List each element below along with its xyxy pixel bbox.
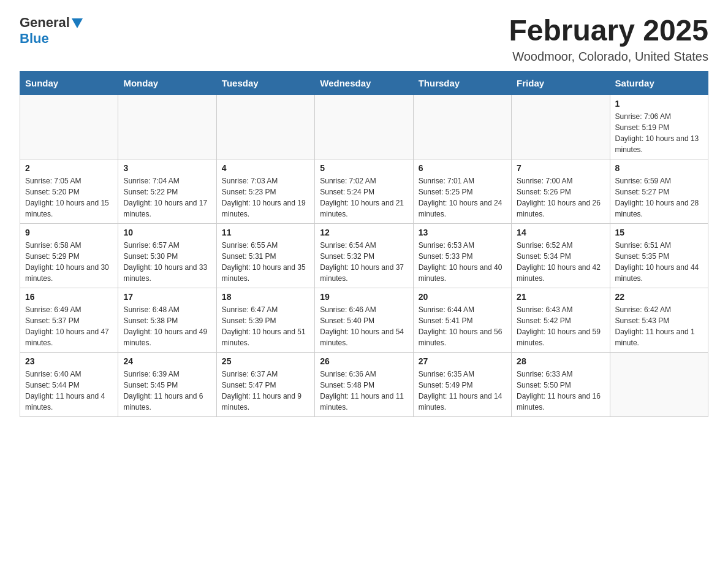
calendar-day-22: 22Sunrise: 6:42 AMSunset: 5:43 PMDayligh… [610, 288, 708, 352]
calendar-day-2: 2Sunrise: 7:05 AMSunset: 5:20 PMDaylight… [20, 159, 118, 223]
calendar-day-13: 13Sunrise: 6:53 AMSunset: 5:33 PMDayligh… [413, 223, 511, 288]
calendar-day-7: 7Sunrise: 7:00 AMSunset: 5:26 PMDaylight… [512, 159, 610, 223]
calendar-day-25: 25Sunrise: 6:37 AMSunset: 5:47 PMDayligh… [216, 352, 314, 416]
calendar-empty-cell [20, 94, 118, 159]
day-info: Sunrise: 6:33 AMSunset: 5:50 PMDaylight:… [517, 369, 604, 413]
day-info: Sunrise: 6:58 AMSunset: 5:29 PMDaylight:… [25, 240, 113, 284]
day-number: 18 [222, 292, 309, 302]
day-number: 3 [123, 163, 211, 173]
calendar-empty-cell [118, 94, 216, 159]
day-number: 6 [419, 163, 506, 173]
day-info: Sunrise: 7:00 AMSunset: 5:26 PMDaylight:… [517, 175, 604, 220]
day-info: Sunrise: 7:02 AMSunset: 5:24 PMDaylight:… [320, 175, 408, 220]
weekday-header-wednesday: Wednesday [315, 71, 413, 94]
calendar-table: SundayMondayTuesdayWednesdayThursdayFrid… [20, 71, 708, 417]
day-info: Sunrise: 7:01 AMSunset: 5:25 PMDaylight:… [419, 175, 506, 220]
calendar-day-28: 28Sunrise: 6:33 AMSunset: 5:50 PMDayligh… [512, 352, 610, 416]
calendar-day-15: 15Sunrise: 6:51 AMSunset: 5:35 PMDayligh… [610, 223, 708, 288]
day-info: Sunrise: 7:05 AMSunset: 5:20 PMDaylight:… [25, 175, 113, 220]
weekday-header-saturday: Saturday [610, 71, 708, 94]
calendar-header-row: SundayMondayTuesdayWednesdayThursdayFrid… [20, 71, 708, 94]
calendar-day-17: 17Sunrise: 6:48 AMSunset: 5:38 PMDayligh… [118, 288, 216, 352]
calendar-day-5: 5Sunrise: 7:02 AMSunset: 5:24 PMDaylight… [315, 159, 413, 223]
day-info: Sunrise: 6:49 AMSunset: 5:37 PMDaylight:… [25, 304, 113, 348]
calendar-empty-cell [216, 94, 314, 159]
day-info: Sunrise: 6:44 AMSunset: 5:41 PMDaylight:… [419, 304, 506, 348]
logo-blue-text: Blue [20, 31, 49, 46]
calendar-day-4: 4Sunrise: 7:03 AMSunset: 5:23 PMDaylight… [216, 159, 314, 223]
calendar-day-16: 16Sunrise: 6:49 AMSunset: 5:37 PMDayligh… [20, 288, 118, 352]
calendar-day-1: 1Sunrise: 7:06 AMSunset: 5:19 PMDaylight… [610, 94, 708, 159]
day-number: 19 [320, 292, 408, 302]
logo: General Blue [20, 15, 83, 47]
day-number: 17 [123, 292, 211, 302]
calendar-day-12: 12Sunrise: 6:54 AMSunset: 5:32 PMDayligh… [315, 223, 413, 288]
calendar-day-14: 14Sunrise: 6:52 AMSunset: 5:34 PMDayligh… [512, 223, 610, 288]
day-info: Sunrise: 6:57 AMSunset: 5:30 PMDaylight:… [123, 240, 211, 284]
weekday-header-thursday: Thursday [413, 71, 511, 94]
calendar-week-row: 16Sunrise: 6:49 AMSunset: 5:37 PMDayligh… [20, 288, 708, 352]
day-number: 21 [517, 292, 604, 302]
page-subtitle: Woodmoor, Colorado, United States [509, 50, 708, 64]
day-number: 15 [615, 228, 703, 237]
day-number: 10 [123, 228, 211, 237]
day-info: Sunrise: 6:39 AMSunset: 5:45 PMDaylight:… [123, 369, 211, 413]
weekday-header-monday: Monday [118, 71, 216, 94]
calendar-day-23: 23Sunrise: 6:40 AMSunset: 5:44 PMDayligh… [20, 352, 118, 416]
day-info: Sunrise: 7:04 AMSunset: 5:22 PMDaylight:… [123, 175, 211, 220]
day-info: Sunrise: 7:06 AMSunset: 5:19 PMDaylight:… [615, 111, 703, 155]
day-number: 26 [320, 356, 408, 366]
day-number: 13 [419, 228, 506, 237]
day-number: 23 [25, 356, 113, 366]
calendar-day-10: 10Sunrise: 6:57 AMSunset: 5:30 PMDayligh… [118, 223, 216, 288]
svg-marker-0 [72, 18, 83, 28]
calendar-empty-cell [512, 94, 610, 159]
calendar-empty-cell [413, 94, 511, 159]
logo-general-text: General [20, 15, 70, 31]
day-number: 1 [615, 99, 703, 109]
day-info: Sunrise: 6:36 AMSunset: 5:48 PMDaylight:… [320, 369, 408, 413]
day-info: Sunrise: 6:40 AMSunset: 5:44 PMDaylight:… [25, 369, 113, 413]
calendar-day-18: 18Sunrise: 6:47 AMSunset: 5:39 PMDayligh… [216, 288, 314, 352]
calendar-week-row: 23Sunrise: 6:40 AMSunset: 5:44 PMDayligh… [20, 352, 708, 416]
day-info: Sunrise: 6:43 AMSunset: 5:42 PMDaylight:… [517, 304, 604, 348]
day-info: Sunrise: 6:42 AMSunset: 5:43 PMDaylight:… [615, 304, 703, 348]
calendar-day-3: 3Sunrise: 7:04 AMSunset: 5:22 PMDaylight… [118, 159, 216, 223]
day-number: 8 [615, 163, 703, 173]
day-info: Sunrise: 7:03 AMSunset: 5:23 PMDaylight:… [222, 175, 309, 220]
day-number: 25 [222, 356, 309, 366]
calendar-day-24: 24Sunrise: 6:39 AMSunset: 5:45 PMDayligh… [118, 352, 216, 416]
day-info: Sunrise: 6:35 AMSunset: 5:49 PMDaylight:… [419, 369, 506, 413]
title-section: February 2025 Woodmoor, Colorado, United… [509, 15, 708, 64]
day-number: 22 [615, 292, 703, 302]
calendar-day-6: 6Sunrise: 7:01 AMSunset: 5:25 PMDaylight… [413, 159, 511, 223]
day-number: 11 [222, 228, 309, 237]
day-info: Sunrise: 6:52 AMSunset: 5:34 PMDaylight:… [517, 240, 604, 284]
calendar-week-row: 1Sunrise: 7:06 AMSunset: 5:19 PMDaylight… [20, 94, 708, 159]
day-info: Sunrise: 6:47 AMSunset: 5:39 PMDaylight:… [222, 304, 309, 348]
logo-triangle-icon [72, 18, 83, 28]
calendar-week-row: 9Sunrise: 6:58 AMSunset: 5:29 PMDaylight… [20, 223, 708, 288]
day-number: 24 [123, 356, 211, 366]
day-info: Sunrise: 6:37 AMSunset: 5:47 PMDaylight:… [222, 369, 309, 413]
day-info: Sunrise: 6:59 AMSunset: 5:27 PMDaylight:… [615, 175, 703, 220]
page-header: General Blue February 2025 Woodmoor, Col… [20, 15, 708, 64]
day-number: 27 [419, 356, 506, 366]
calendar-day-9: 9Sunrise: 6:58 AMSunset: 5:29 PMDaylight… [20, 223, 118, 288]
calendar-empty-cell [315, 94, 413, 159]
calendar-day-20: 20Sunrise: 6:44 AMSunset: 5:41 PMDayligh… [413, 288, 511, 352]
weekday-header-tuesday: Tuesday [216, 71, 314, 94]
calendar-day-21: 21Sunrise: 6:43 AMSunset: 5:42 PMDayligh… [512, 288, 610, 352]
day-info: Sunrise: 6:53 AMSunset: 5:33 PMDaylight:… [419, 240, 506, 284]
day-number: 20 [419, 292, 506, 302]
day-number: 12 [320, 228, 408, 237]
page-title: February 2025 [509, 15, 708, 47]
day-number: 5 [320, 163, 408, 173]
day-info: Sunrise: 6:46 AMSunset: 5:40 PMDaylight:… [320, 304, 408, 348]
day-info: Sunrise: 6:51 AMSunset: 5:35 PMDaylight:… [615, 240, 703, 284]
calendar-week-row: 2Sunrise: 7:05 AMSunset: 5:20 PMDaylight… [20, 159, 708, 223]
day-info: Sunrise: 6:55 AMSunset: 5:31 PMDaylight:… [222, 240, 309, 284]
day-number: 16 [25, 292, 113, 302]
day-number: 14 [517, 228, 604, 237]
calendar-day-27: 27Sunrise: 6:35 AMSunset: 5:49 PMDayligh… [413, 352, 511, 416]
